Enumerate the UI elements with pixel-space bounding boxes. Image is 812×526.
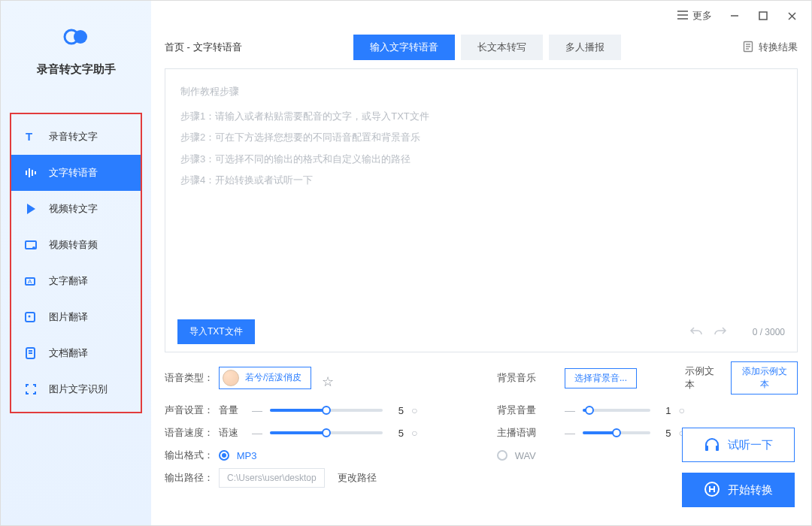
format-wav-label: WAV — [515, 450, 536, 461]
pitch-value: 5 — [658, 428, 671, 439]
bgm-volume-slider[interactable] — [583, 409, 650, 412]
format-mp3-radio[interactable]: MP3 — [219, 450, 256, 461]
sidebar-item-doc-translate[interactable]: 文档翻译 — [11, 335, 141, 371]
translate-icon: A — [23, 274, 38, 289]
hamburger-icon — [677, 11, 688, 22]
document-result-icon — [742, 41, 754, 55]
convert-button[interactable]: 开始转换 — [682, 473, 795, 507]
svg-marker-7 — [27, 204, 35, 214]
preview-label: 试听一下 — [728, 438, 773, 452]
svg-rect-28 — [705, 446, 708, 451]
sidebar-item-label: 文档翻译 — [49, 346, 88, 360]
svg-rect-5 — [32, 170, 33, 176]
conversion-results-link[interactable]: 转换结果 — [742, 41, 798, 55]
format-label: 输出格式： — [165, 449, 219, 462]
editor-footer: 导入TXT文件 0 / 3000 — [165, 312, 797, 352]
svg-text:T: T — [26, 130, 32, 143]
breadcrumb: 首页 - 文字转语音 — [165, 41, 242, 54]
main-panel: 更多 首页 - 文字转语音 输入文字转语音 长文本转写 多人播报 — [151, 1, 811, 525]
volume-increase-button[interactable]: ○ — [411, 404, 417, 416]
result-link-label: 转换结果 — [759, 41, 798, 54]
bgm-volume-value: 1 — [658, 405, 671, 416]
sidebar-item-label: 视频转文字 — [49, 202, 98, 216]
sound-settings-label: 声音设置： — [165, 404, 219, 417]
favorite-star-button[interactable]: ☆ — [322, 374, 334, 389]
svg-point-1 — [74, 30, 87, 44]
undo-button[interactable] — [689, 325, 703, 338]
bgm-volume-label: 背景音量 — [497, 404, 565, 417]
sidebar-item-text-translate[interactable]: A 文字翻译 — [11, 263, 141, 299]
rate-decrease-button[interactable]: — — [252, 427, 262, 439]
rate-label: 语速 — [219, 426, 244, 440]
text-icon: T — [23, 129, 38, 144]
sidebar: 录音转文字助手 T 录音转文字 文字转语音 视频转文字 — [1, 1, 151, 525]
app-title: 录音转文字助手 — [37, 62, 116, 77]
window-titlebar: 更多 — [151, 1, 811, 31]
sidebar-item-text-to-speech[interactable]: 文字转语音 — [11, 155, 141, 191]
volume-label: 音量 — [219, 404, 244, 417]
example-label: 示例文本 — [685, 364, 719, 391]
output-path-label: 输出路径： — [165, 471, 219, 485]
bgm-volume-increase-button[interactable]: ○ — [679, 404, 685, 416]
char-counter: 0 / 3000 — [753, 327, 785, 337]
text-editor[interactable]: 制作教程步骤 步骤1：请输入或者粘贴需要配音的文字，或导入TXT文件 步骤2：可… — [165, 68, 798, 352]
volume-slider[interactable] — [270, 409, 383, 412]
format-wav-radio[interactable]: WAV — [497, 450, 536, 461]
svg-text:A: A — [28, 278, 32, 285]
scan-icon — [23, 382, 38, 397]
app-logo-icon — [61, 22, 91, 52]
sidebar-item-video-to-audio[interactable]: 视频转音频 — [11, 227, 141, 263]
minimize-button[interactable] — [729, 10, 741, 22]
editor-placeholder: 制作教程步骤 步骤1：请输入或者粘贴需要配音的文字，或导入TXT文件 步骤2：可… — [165, 69, 797, 312]
svg-rect-21 — [759, 12, 767, 20]
voice-type-label: 语音类型： — [165, 371, 219, 385]
voice-chip-label: 若兮/活泼俏皮 — [245, 371, 301, 384]
radio-checked-icon — [219, 450, 229, 461]
tab-input-tts[interactable]: 输入文字转语音 — [353, 35, 455, 60]
close-button[interactable] — [786, 10, 798, 22]
action-buttons: 试听一下 开始转换 — [682, 428, 795, 507]
placeholder-line: 步骤1：请输入或者粘贴需要配音的文字，或导入TXT文件 — [180, 106, 782, 128]
svg-point-9 — [32, 246, 35, 249]
placeholder-line: 步骤4：开始转换或者试听一下 — [180, 170, 782, 192]
rate-increase-button[interactable]: ○ — [411, 427, 417, 439]
add-example-button[interactable]: 添加示例文本 — [731, 361, 798, 394]
svg-rect-3 — [26, 171, 27, 175]
output-path-field[interactable]: C:\Users\user\desktop — [219, 468, 325, 488]
placeholder-line: 步骤3：可选择不同的输出的格式和自定义输出的路径 — [180, 149, 782, 171]
more-label: 更多 — [692, 9, 712, 23]
change-path-button[interactable]: 更改路径 — [338, 472, 377, 483]
more-menu-button[interactable]: 更多 — [677, 9, 712, 23]
voice-avatar-icon — [223, 370, 239, 386]
import-txt-button[interactable]: 导入TXT文件 — [177, 319, 255, 344]
maximize-button[interactable] — [757, 10, 769, 22]
pitch-slider[interactable] — [583, 431, 650, 434]
film-icon — [23, 237, 38, 252]
bgm-label: 背景音乐 — [497, 371, 565, 385]
sidebar-highlight-box: T 录音转文字 文字转语音 视频转文字 视频转音频 — [10, 113, 142, 413]
volume-decrease-button[interactable]: — — [252, 404, 262, 416]
topbar: 首页 - 文字转语音 输入文字转语音 长文本转写 多人播报 转换结果 — [151, 31, 811, 64]
tabs: 输入文字转语音 长文本转写 多人播报 — [353, 35, 621, 60]
bgm-volume-decrease-button[interactable]: — — [565, 404, 575, 416]
tab-multi-broadcast[interactable]: 多人播报 — [549, 35, 621, 60]
sidebar-item-image-translate[interactable]: 图片翻译 — [11, 299, 141, 335]
sidebar-item-video-to-text[interactable]: 视频转文字 — [11, 191, 141, 227]
placeholder-line: 步骤2：可在下方选择您想要的不同语音配置和背景音乐 — [180, 127, 782, 149]
voice-select-chip[interactable]: 若兮/活泼俏皮 — [219, 367, 311, 389]
sidebar-item-audio-to-text[interactable]: T 录音转文字 — [11, 119, 141, 155]
preview-button[interactable]: 试听一下 — [682, 428, 795, 462]
radio-unchecked-icon — [497, 450, 508, 461]
rate-slider[interactable] — [270, 431, 383, 434]
convert-icon — [704, 481, 720, 500]
format-mp3-label: MP3 — [237, 450, 257, 461]
sidebar-item-ocr[interactable]: 图片文字识别 — [11, 371, 141, 407]
pitch-decrease-button[interactable]: — — [565, 427, 575, 439]
tab-long-text[interactable]: 长文本转写 — [461, 35, 543, 60]
headphones-icon — [704, 437, 720, 454]
document-icon — [23, 346, 38, 361]
select-bgm-button[interactable]: 选择背景音... — [565, 368, 637, 388]
pitch-label: 主播语调 — [497, 426, 565, 440]
redo-button[interactable] — [714, 325, 727, 338]
speed-label: 语音速度： — [165, 426, 219, 440]
